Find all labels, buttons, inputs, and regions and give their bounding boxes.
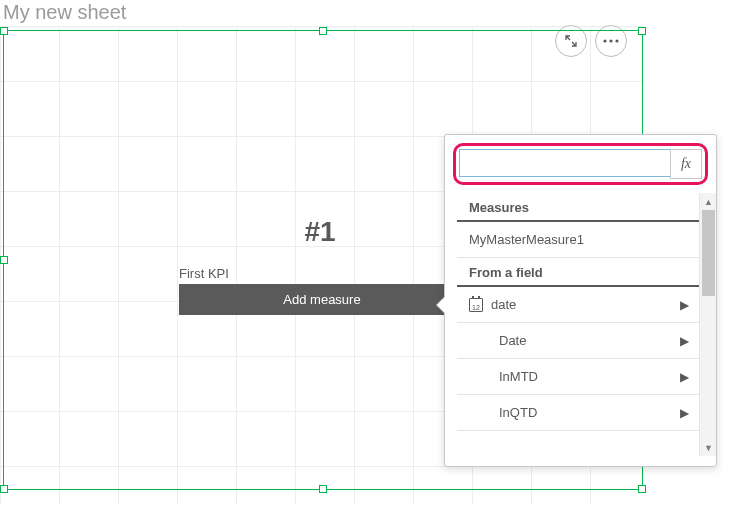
resize-handle-ne[interactable]: [638, 27, 646, 35]
field-item-date[interactable]: 12 date ▶: [457, 287, 701, 323]
field-item-label: InQTD: [499, 405, 672, 420]
measure-item[interactable]: MyMasterMeasure1: [457, 222, 701, 258]
scroll-up-arrow[interactable]: ▲: [700, 193, 716, 210]
chevron-right-icon: ▶: [680, 298, 689, 312]
scrollbar[interactable]: ▲ ▼: [699, 193, 716, 456]
sheet-title[interactable]: My new sheet: [3, 1, 126, 24]
fx-icon: fx: [681, 156, 691, 172]
expression-editor-button[interactable]: fx: [670, 149, 702, 179]
add-measure-label: Add measure: [283, 292, 360, 307]
add-measure-button[interactable]: Add measure: [179, 284, 465, 315]
kpi-caption: First KPI: [179, 266, 229, 281]
field-item-label: Date: [499, 333, 672, 348]
resize-handle-n[interactable]: [319, 27, 327, 35]
measure-item-label: MyMasterMeasure1: [469, 232, 689, 247]
search-row: fx: [453, 143, 708, 185]
resize-handle-nw[interactable]: [0, 27, 8, 35]
field-item-date-sub[interactable]: Date ▶: [457, 323, 701, 359]
popover-list: Measures MyMasterMeasure1 From a field 1…: [445, 193, 716, 456]
scroll-down-arrow[interactable]: ▼: [700, 439, 716, 456]
field-item-inqtd[interactable]: InQTD ▶: [457, 395, 701, 431]
resize-handle-w[interactable]: [0, 256, 8, 264]
resize-handle-s[interactable]: [319, 485, 327, 493]
calendar-icon: 12: [469, 298, 483, 312]
field-item-inmtd[interactable]: InMTD ▶: [457, 359, 701, 395]
search-input[interactable]: [459, 149, 670, 177]
chevron-right-icon: ▶: [680, 370, 689, 384]
resize-handle-se[interactable]: [638, 485, 646, 493]
chevron-right-icon: ▶: [680, 334, 689, 348]
resize-handle-sw[interactable]: [0, 485, 8, 493]
measures-header: Measures: [457, 193, 701, 222]
from-field-header: From a field: [457, 258, 701, 287]
scroll-thumb[interactable]: [702, 210, 715, 296]
field-item-label: InMTD: [499, 369, 672, 384]
measure-picker-popover: fx Measures MyMasterMeasure1 From a fiel…: [444, 134, 717, 467]
popover-arrow: [436, 296, 445, 314]
field-item-label: date: [491, 297, 672, 312]
chevron-right-icon: ▶: [680, 406, 689, 420]
